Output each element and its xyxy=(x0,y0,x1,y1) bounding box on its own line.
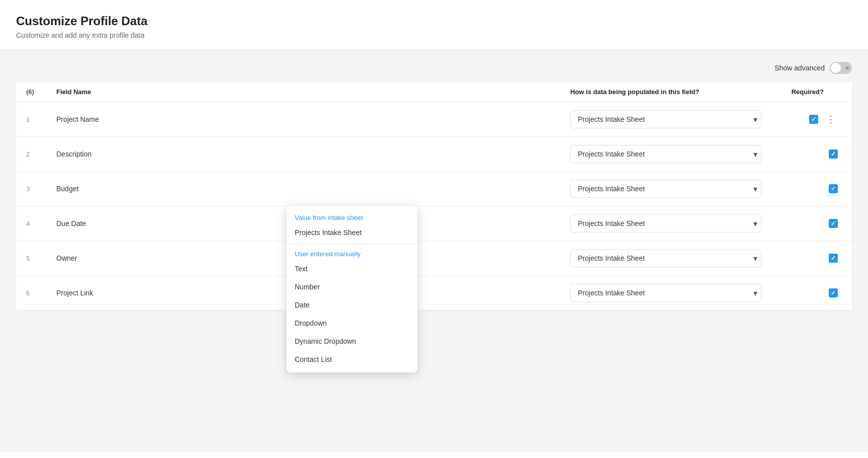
dropdown-select-4[interactable]: Projects Intake Sheet xyxy=(570,214,761,233)
dropdown-select-1[interactable]: Projects Intake Sheet xyxy=(570,110,761,128)
dropdown-cell-1: Projects Intake Sheet ▾ xyxy=(570,110,782,128)
table-row: 1 Project Name Projects Intake Sheet ▾ ⋮ xyxy=(16,102,852,137)
dropdown-select-5[interactable]: Projects Intake Sheet xyxy=(570,249,761,267)
row-num-2: 2 xyxy=(26,150,56,158)
popup-section-label-1: Value from intake sheet xyxy=(287,210,417,223)
dropdown-cell-5: Projects Intake Sheet ▾ xyxy=(570,249,782,267)
required-checkbox-3[interactable] xyxy=(829,184,838,193)
page-header: Customize Profile Data Customize and add… xyxy=(0,0,868,50)
row-num-6: 6 xyxy=(26,289,56,297)
required-cell-3 xyxy=(782,184,842,193)
field-name-2: Description xyxy=(56,150,570,158)
popup-item-projects-intake[interactable]: Projects Intake Sheet xyxy=(287,223,417,242)
required-cell-4 xyxy=(782,219,842,228)
field-name-1: Project Name xyxy=(56,115,570,123)
table-row: 6 Project Link Projects Intake Sheet ▾ xyxy=(16,276,852,310)
row-num-3: 3 xyxy=(26,185,56,193)
required-cell-2 xyxy=(782,149,842,159)
row-num-1: 1 xyxy=(26,116,56,123)
toggle-x-icon: ✕ xyxy=(845,65,849,71)
required-checkbox-4[interactable] xyxy=(829,219,838,228)
dropdown-select-2[interactable]: Projects Intake Sheet xyxy=(570,145,761,163)
dropdown-cell-4: Projects Intake Sheet ▾ xyxy=(570,214,782,233)
toggle-knob xyxy=(831,63,841,73)
popup-item-date[interactable]: Date xyxy=(287,296,417,314)
col-data-populated: How is data being populated in this fiel… xyxy=(570,88,782,96)
page-title: Customize Profile Data xyxy=(16,14,852,28)
dropdown-cell-6: Projects Intake Sheet ▾ xyxy=(570,284,782,302)
popup-item-dynamic-dropdown[interactable]: Dynamic Dropdown xyxy=(287,332,417,350)
required-cell-5 xyxy=(782,254,842,263)
col-required: Required? xyxy=(782,88,842,96)
required-checkbox-5[interactable] xyxy=(829,254,838,263)
popup-item-text[interactable]: Text xyxy=(287,260,417,278)
row-num-5: 5 xyxy=(26,255,56,262)
required-cell-1: ⋮ xyxy=(782,113,842,126)
required-checkbox-2[interactable] xyxy=(829,149,838,159)
table-row: 2 Description Projects Intake Sheet ▾ xyxy=(16,137,852,172)
popup-item-contact-list[interactable]: Contact List xyxy=(287,350,417,368)
col-field-name: Field Name xyxy=(56,88,570,96)
more-options-button-1[interactable]: ⋮ xyxy=(824,113,838,126)
dropdown-popup: Value from intake sheet Projects Intake … xyxy=(287,206,417,372)
required-cell-6 xyxy=(782,288,842,297)
popup-divider xyxy=(287,244,417,244)
popup-item-number[interactable]: Number xyxy=(287,278,417,296)
required-checkbox-1[interactable] xyxy=(809,115,818,124)
table-row: 4 Due Date Projects Intake Sheet ▾ xyxy=(16,206,852,241)
field-table: (6) Field Name How is data being populat… xyxy=(16,82,852,310)
table-row: 3 Budget Projects Intake Sheet ▾ xyxy=(16,172,852,206)
dropdown-cell-2: Projects Intake Sheet ▾ xyxy=(570,145,782,163)
advanced-toggle-label: Show advanced xyxy=(774,64,825,72)
row-num-4: 4 xyxy=(26,220,56,227)
col-count: (6) xyxy=(26,88,56,96)
page-subtitle: Customize and add any extra profile data xyxy=(16,31,852,39)
field-name-3: Budget xyxy=(56,185,570,193)
required-checkbox-6[interactable] xyxy=(829,288,838,297)
table-header: (6) Field Name How is data being populat… xyxy=(16,82,852,102)
dropdown-select-6[interactable]: Projects Intake Sheet xyxy=(570,284,761,302)
advanced-toggle-row: Show advanced ✕ xyxy=(16,62,852,74)
advanced-toggle-switch[interactable]: ✕ xyxy=(830,62,852,74)
table-row: 5 Owner Projects Intake Sheet ▾ xyxy=(16,241,852,276)
main-content: Show advanced ✕ (6) Field Name How is da… xyxy=(0,50,868,452)
dropdown-cell-3: Projects Intake Sheet ▾ xyxy=(570,180,782,198)
dropdown-select-3[interactable]: Projects Intake Sheet xyxy=(570,180,761,198)
popup-section-label-2: User entered manually xyxy=(287,246,417,260)
popup-item-dropdown[interactable]: Dropdown xyxy=(287,314,417,332)
